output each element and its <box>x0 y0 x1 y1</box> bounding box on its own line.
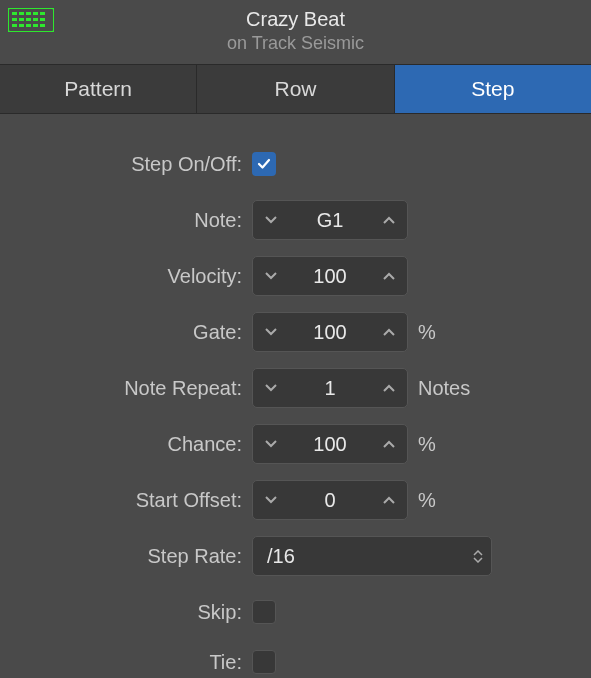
note-increment[interactable] <box>371 201 407 239</box>
chevron-up-icon <box>382 383 396 393</box>
step-form: Step On/Off: Note: G1 Velocity: 100 <box>0 114 591 676</box>
step-rate-label: Step Rate: <box>0 545 252 568</box>
note-repeat-value[interactable]: 1 <box>289 377 371 400</box>
note-repeat-decrement[interactable] <box>253 369 289 407</box>
svg-rect-4 <box>33 12 38 15</box>
chevron-up-icon <box>382 271 396 281</box>
svg-rect-12 <box>19 24 24 27</box>
chevron-down-icon <box>264 439 278 449</box>
step-onoff-label: Step On/Off: <box>0 153 252 176</box>
inspector-tabs: Pattern Row Step <box>0 64 591 114</box>
gate-value[interactable]: 100 <box>289 321 371 344</box>
chance-unit: % <box>418 433 436 456</box>
skip-checkbox[interactable] <box>252 600 276 624</box>
start-offset-stepper[interactable]: 0 <box>252 480 408 520</box>
check-icon <box>256 156 272 172</box>
chevron-down-icon <box>264 327 278 337</box>
note-repeat-label: Note Repeat: <box>0 377 252 400</box>
gate-decrement[interactable] <box>253 313 289 351</box>
skip-label: Skip: <box>0 601 252 624</box>
gate-stepper[interactable]: 100 <box>252 312 408 352</box>
tie-label: Tie: <box>0 651 252 674</box>
region-title: Crazy Beat <box>0 8 591 31</box>
svg-rect-5 <box>40 12 45 15</box>
velocity-increment[interactable] <box>371 257 407 295</box>
chance-stepper[interactable]: 100 <box>252 424 408 464</box>
start-offset-unit: % <box>418 489 436 512</box>
tab-row[interactable]: Row <box>197 65 394 114</box>
track-subtitle: on Track Seismic <box>0 33 591 54</box>
start-offset-increment[interactable] <box>371 481 407 519</box>
chance-decrement[interactable] <box>253 425 289 463</box>
track-type-icon <box>8 8 54 37</box>
step-rate-select[interactable]: /16 <box>252 536 492 576</box>
svg-rect-10 <box>40 18 45 21</box>
note-label: Note: <box>0 209 252 232</box>
note-value[interactable]: G1 <box>289 209 371 232</box>
svg-rect-2 <box>19 12 24 15</box>
svg-rect-13 <box>26 24 31 27</box>
velocity-label: Velocity: <box>0 265 252 288</box>
tab-step[interactable]: Step <box>395 65 591 114</box>
velocity-value[interactable]: 100 <box>289 265 371 288</box>
svg-rect-11 <box>12 24 17 27</box>
start-offset-decrement[interactable] <box>253 481 289 519</box>
chevron-down-icon <box>264 495 278 505</box>
panel-header: Crazy Beat on Track Seismic <box>0 0 591 64</box>
gate-label: Gate: <box>0 321 252 344</box>
tab-pattern[interactable]: Pattern <box>0 65 197 114</box>
note-repeat-stepper[interactable]: 1 <box>252 368 408 408</box>
svg-rect-8 <box>26 18 31 21</box>
chevron-up-icon <box>382 495 396 505</box>
svg-rect-7 <box>19 18 24 21</box>
select-arrows-icon <box>473 550 483 563</box>
svg-rect-3 <box>26 12 31 15</box>
svg-rect-9 <box>33 18 38 21</box>
svg-rect-1 <box>12 12 17 15</box>
note-repeat-unit: Notes <box>418 377 470 400</box>
note-stepper[interactable]: G1 <box>252 200 408 240</box>
chevron-up-icon <box>382 439 396 449</box>
chevron-up-icon <box>382 327 396 337</box>
chevron-up-icon <box>382 215 396 225</box>
chevron-down-icon <box>264 383 278 393</box>
tie-checkbox[interactable] <box>252 650 276 674</box>
velocity-stepper[interactable]: 100 <box>252 256 408 296</box>
step-onoff-checkbox[interactable] <box>252 152 276 176</box>
start-offset-value[interactable]: 0 <box>289 489 371 512</box>
step-rate-value: /16 <box>267 545 473 568</box>
gate-increment[interactable] <box>371 313 407 351</box>
chevron-down-icon <box>264 215 278 225</box>
chance-increment[interactable] <box>371 425 407 463</box>
chance-value[interactable]: 100 <box>289 433 371 456</box>
velocity-decrement[interactable] <box>253 257 289 295</box>
note-repeat-increment[interactable] <box>371 369 407 407</box>
chance-label: Chance: <box>0 433 252 456</box>
svg-rect-15 <box>40 24 45 27</box>
chevron-down-icon <box>264 271 278 281</box>
svg-rect-14 <box>33 24 38 27</box>
note-decrement[interactable] <box>253 201 289 239</box>
gate-unit: % <box>418 321 436 344</box>
start-offset-label: Start Offset: <box>0 489 252 512</box>
svg-rect-6 <box>12 18 17 21</box>
